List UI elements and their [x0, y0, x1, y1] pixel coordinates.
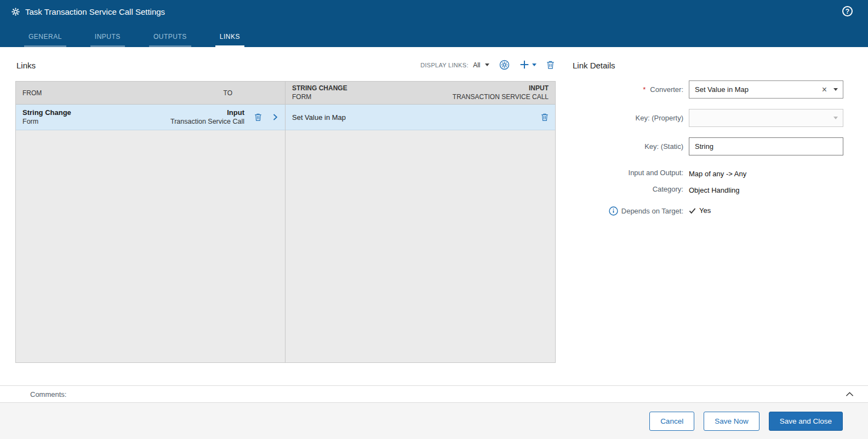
add-link-button[interactable]: [519, 60, 536, 70]
window-header: Task Transaction Service Call Settings ?…: [0, 0, 868, 47]
info-icon[interactable]: [609, 206, 618, 216]
input-output-value: Map of any -> Any: [689, 169, 843, 178]
depends-value: Yes: [699, 206, 711, 215]
trash-icon[interactable]: [254, 113, 262, 122]
converter-combobox-value: Set Value in Map: [695, 85, 822, 94]
title-row: Task Transaction Service Call Settings: [0, 0, 868, 16]
chevron-up-icon[interactable]: [846, 391, 854, 397]
comments-bar[interactable]: Comments:: [0, 385, 868, 403]
link-to-detail: Transaction Service Call: [170, 117, 244, 126]
category-row: Category: Object Handling: [573, 185, 847, 194]
category-label: Category:: [653, 185, 683, 193]
converter-field-row: * Converter: Set Value in Map ×: [573, 80, 847, 99]
converter-combobox[interactable]: Set Value in Map ×: [689, 80, 843, 99]
clear-icon[interactable]: ×: [822, 85, 827, 94]
help-icon[interactable]: ?: [842, 6, 853, 16]
links-section-title: Links: [16, 61, 36, 70]
input-output-label: Input and Output:: [629, 169, 683, 177]
display-links-value: All: [473, 61, 480, 69]
key-property-label: Key: (Property): [636, 114, 683, 122]
save-and-close-button[interactable]: Save and Close: [769, 412, 843, 431]
delete-link-button[interactable]: [546, 60, 555, 70]
help-glyph: ?: [846, 8, 849, 15]
input-output-row: Input and Output: Map of any -> Any: [573, 169, 847, 178]
key-property-field-row: Key: (Property): [573, 109, 847, 127]
col-header-to: TO: [224, 89, 232, 97]
trash-icon: [546, 60, 555, 70]
tab-general[interactable]: GENERAL: [24, 33, 66, 47]
converter-header: STRING CHANGE FORM INPUT TRANSACTION SER…: [285, 82, 555, 105]
key-property-combobox[interactable]: [689, 109, 843, 127]
converter-empty-area: [285, 130, 555, 362]
links-table: FROM TO String Change Form Input Transac…: [15, 81, 556, 363]
key-static-label: Key: (Static): [644, 142, 683, 151]
link-details-title: Link Details: [573, 61, 615, 70]
depends-on-target-row: Depends on Target: Yes: [573, 206, 847, 216]
chevron-right-icon[interactable]: [272, 113, 278, 121]
link-details-form: * Converter: Set Value in Map × Key: (Pr…: [573, 80, 847, 223]
footer-bar: Cancel Save Now Save and Close: [0, 403, 868, 439]
link-from-detail: Form: [22, 117, 71, 126]
tab-inputs[interactable]: INPUTS: [90, 33, 125, 47]
caret-down-icon: [485, 63, 489, 66]
from-to-header: FROM TO: [16, 82, 285, 105]
from-to-column: FROM TO String Change Form Input Transac…: [16, 82, 285, 362]
required-asterisk: *: [643, 85, 646, 94]
save-now-button[interactable]: Save Now: [704, 412, 760, 431]
depends-label: Depends on Target:: [621, 207, 683, 215]
converter-label-text: Converter:: [650, 85, 683, 94]
key-static-input[interactable]: [689, 137, 843, 155]
caret-down-icon[interactable]: [833, 88, 838, 91]
converter-header-to-name: INPUT: [529, 84, 549, 93]
check-icon: [689, 207, 696, 214]
converter-label: * Converter:: [573, 85, 689, 94]
settings-window: Task Transaction Service Call Settings ?…: [0, 0, 868, 439]
link-to-name: Input: [227, 108, 244, 118]
col-header-from: FROM: [22, 89, 42, 97]
comments-label: Comments:: [30, 390, 66, 398]
caret-down-icon: [833, 117, 838, 119]
display-links-dropdown[interactable]: DISPLAY LINKS: All: [420, 60, 489, 70]
converter-header-from-detail: FORM: [292, 93, 347, 101]
key-static-field-row: Key: (Static): [573, 137, 847, 155]
link-from-name: String Change: [22, 108, 71, 118]
window-title: Task Transaction Service Call Settings: [25, 7, 165, 16]
display-links-label: DISPLAY LINKS:: [420, 62, 469, 68]
converter-column: STRING CHANGE FORM INPUT TRANSACTION SER…: [285, 82, 555, 362]
gear-icon: [11, 7, 20, 16]
tab-bar: GENERAL INPUTS OUTPUTS LINKS: [24, 33, 244, 47]
links-toolbar: DISPLAY LINKS: All: [420, 57, 555, 72]
auto-map-icon[interactable]: [499, 60, 510, 70]
link-row[interactable]: String Change Form Input Transaction Ser…: [16, 105, 285, 130]
category-value: Object Handling: [689, 185, 843, 194]
trash-icon[interactable]: [541, 113, 549, 122]
converter-row-label: Set Value in Map: [292, 113, 346, 122]
plus-icon: [519, 60, 529, 70]
tab-links[interactable]: LINKS: [215, 33, 244, 47]
converter-row[interactable]: Set Value in Map: [285, 105, 555, 130]
cancel-button[interactable]: Cancel: [649, 412, 694, 431]
from-to-empty-area: [16, 130, 285, 362]
converter-header-from-name: STRING CHANGE: [292, 84, 347, 93]
converter-header-to-detail: TRANSACTION SERVICE CALL: [453, 93, 549, 101]
caret-down-icon: [532, 63, 536, 66]
tab-outputs[interactable]: OUTPUTS: [149, 33, 191, 47]
